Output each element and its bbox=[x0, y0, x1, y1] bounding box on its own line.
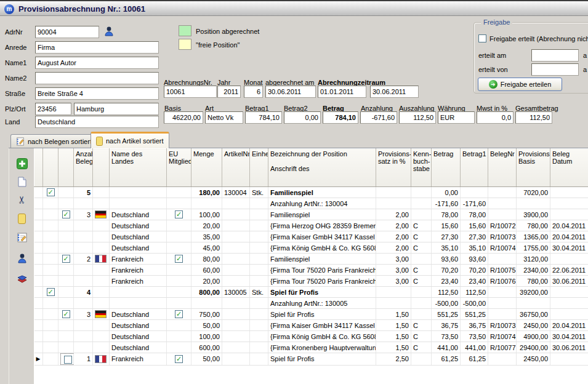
cell-anzahl[interactable]: 2 bbox=[74, 254, 93, 265]
cell-belegnr[interactable]: R/10072 bbox=[488, 220, 517, 231]
cell-belegnr[interactable] bbox=[488, 187, 517, 198]
table-row[interactable]: Deutschland100,00{Firma König GmbH & Co.… bbox=[34, 331, 588, 342]
cell-eu[interactable] bbox=[167, 220, 191, 231]
table-row[interactable]: Deutschland600,00{Firma Kronenberg Haupt… bbox=[34, 342, 588, 353]
column-header-datum[interactable]: Beleg Datum bbox=[550, 149, 588, 187]
row-checkbox[interactable]: ✓ bbox=[47, 188, 55, 196]
cell-artnr[interactable] bbox=[222, 276, 250, 287]
column-header-menge[interactable]: Menge bbox=[191, 149, 222, 187]
column-header-kenn[interactable]: Kenn- buch- stabe bbox=[411, 149, 432, 187]
cell-bez[interactable]: Familienspiel bbox=[268, 209, 376, 220]
column-header-sel[interactable] bbox=[34, 149, 43, 187]
cell-datum[interactable]: 20.04.2011 bbox=[550, 220, 588, 231]
cell-chk2[interactable] bbox=[58, 231, 74, 242]
cell-einheit[interactable] bbox=[250, 342, 268, 353]
cell-belegnr[interactable] bbox=[488, 198, 517, 209]
cell-provbasis[interactable]: 2340,00 bbox=[517, 265, 550, 276]
cell-land[interactable]: Deutschland bbox=[110, 342, 167, 353]
cell-betrag[interactable]: 441,00 bbox=[432, 342, 461, 353]
cell-eu[interactable] bbox=[167, 276, 191, 287]
cell-chk1[interactable]: ✓ bbox=[43, 287, 58, 298]
column-header-land[interactable]: Name des Landes bbox=[110, 149, 167, 187]
cell-betrag1[interactable]: 112,50 bbox=[461, 287, 488, 298]
cell-betrag1[interactable]: 35,10 bbox=[461, 242, 488, 254]
cell-bez[interactable]: {Firma Tour 75020 Paris Frankreich } bbox=[268, 265, 376, 276]
cell-artnr[interactable]: 130005 bbox=[222, 287, 250, 298]
cell-kenn[interactable] bbox=[411, 209, 432, 220]
cell-belegnr[interactable]: R/10075 bbox=[488, 265, 517, 276]
cell-belegnr[interactable] bbox=[488, 254, 517, 265]
betrag-field[interactable]: 784,10 bbox=[323, 111, 358, 124]
cell-flag[interactable] bbox=[93, 287, 110, 298]
cell-sel[interactable] bbox=[34, 342, 43, 353]
basis-field[interactable]: 46220,00 bbox=[164, 111, 203, 124]
cell-eu[interactable] bbox=[167, 342, 191, 353]
cell-chk2[interactable] bbox=[58, 287, 74, 298]
cell-einheit[interactable] bbox=[250, 265, 268, 276]
cell-kenn[interactable] bbox=[411, 254, 432, 265]
cell-chk2[interactable] bbox=[58, 298, 74, 309]
cell-provsatz[interactable] bbox=[376, 298, 411, 309]
row-checkbox[interactable]: ✓ bbox=[62, 210, 70, 218]
cell-chk1[interactable] bbox=[43, 342, 58, 353]
cell-einheit[interactable] bbox=[250, 353, 268, 366]
cell-land[interactable] bbox=[110, 287, 167, 298]
cell-belegnr[interactable]: R/10074 bbox=[488, 242, 517, 254]
table-row[interactable]: Deutschland45,00{Firma König GmbH & Co. … bbox=[34, 242, 588, 254]
cell-provsatz[interactable] bbox=[376, 287, 411, 298]
cell-chk2[interactable] bbox=[58, 187, 74, 198]
row-checkbox[interactable]: ✓ bbox=[62, 310, 70, 318]
abrechnungsnr-field[interactable]: 10061 bbox=[164, 86, 217, 98]
cell-chk1[interactable] bbox=[43, 209, 58, 220]
cell-eu[interactable] bbox=[167, 331, 191, 342]
strasse-field[interactable]: Breite Straße 4 bbox=[35, 87, 159, 100]
row-checkbox[interactable]: ✓ bbox=[47, 288, 55, 296]
tab-nach-artikel-sortiert[interactable]: nach Artikel sortiert bbox=[91, 132, 169, 148]
table-row[interactable]: ✓4800,00130005Stk.Spiel für Profis112,50… bbox=[34, 287, 588, 298]
art-field[interactable]: Netto Vk bbox=[205, 111, 243, 124]
cell-provbasis[interactable]: 780,00 bbox=[517, 276, 550, 287]
cell-eu[interactable] bbox=[167, 242, 191, 254]
cell-bez[interactable]: Anzahlung ArtNr.: 130005 bbox=[268, 298, 376, 309]
cell-belegnr[interactable]: R/10077 bbox=[488, 342, 517, 353]
name2-field[interactable] bbox=[35, 72, 159, 84]
cell-datum[interactable]: 30.06.2011 bbox=[550, 342, 588, 353]
column-header-anzahl[interactable]: Anzahl Belege bbox=[74, 149, 93, 187]
cell-artnr[interactable] bbox=[222, 353, 250, 366]
erteilt-von-field[interactable] bbox=[531, 63, 579, 76]
cell-chk1[interactable] bbox=[43, 331, 58, 342]
cell-anzahl[interactable] bbox=[74, 198, 93, 209]
cell-provbasis[interactable]: 4900,00 bbox=[517, 331, 550, 342]
cell-einheit[interactable] bbox=[250, 298, 268, 309]
cell-menge[interactable]: 750,00 bbox=[191, 309, 222, 320]
cell-chk1[interactable] bbox=[43, 309, 58, 320]
cell-anzahl[interactable]: 5 bbox=[74, 187, 93, 198]
cell-flag[interactable] bbox=[93, 220, 110, 231]
cell-flag[interactable] bbox=[93, 276, 110, 287]
row-checkbox[interactable] bbox=[64, 356, 72, 364]
column-header-chk1[interactable] bbox=[43, 149, 58, 187]
auszahlung-field[interactable]: 112,50 bbox=[399, 111, 436, 124]
cell-betrag[interactable]: 27,30 bbox=[432, 231, 461, 242]
cell-belegnr[interactable] bbox=[488, 298, 517, 309]
cell-flag[interactable] bbox=[93, 342, 110, 353]
cell-flag[interactable] bbox=[93, 298, 110, 309]
cell-chk2[interactable]: ✓ bbox=[58, 254, 74, 265]
cell-provbasis[interactable] bbox=[517, 298, 550, 309]
cell-bez[interactable]: {Firma Tour 75020 Paris Frankreich } bbox=[268, 276, 376, 287]
cell-menge[interactable]: 50,00 bbox=[191, 353, 222, 366]
cell-chk1[interactable] bbox=[43, 220, 58, 231]
cell-flag[interactable] bbox=[93, 187, 110, 198]
cell-datum[interactable] bbox=[550, 209, 588, 220]
cell-betrag[interactable]: 35,10 bbox=[432, 242, 461, 254]
cell-betrag1[interactable]: 27,30 bbox=[461, 231, 488, 242]
cell-datum[interactable] bbox=[550, 309, 588, 320]
cell-land[interactable]: Deutschland bbox=[110, 220, 167, 231]
cell-artnr[interactable] bbox=[222, 220, 250, 231]
cell-datum[interactable] bbox=[550, 187, 588, 198]
table-row[interactable]: ▶1Frankreich✓50,00Spiel für Profis2,5061… bbox=[34, 353, 588, 366]
betrag2-field[interactable]: 0,00 bbox=[284, 111, 321, 124]
cell-land[interactable] bbox=[110, 198, 167, 209]
cell-chk2[interactable] bbox=[58, 342, 74, 353]
cell-artnr[interactable] bbox=[222, 298, 250, 309]
